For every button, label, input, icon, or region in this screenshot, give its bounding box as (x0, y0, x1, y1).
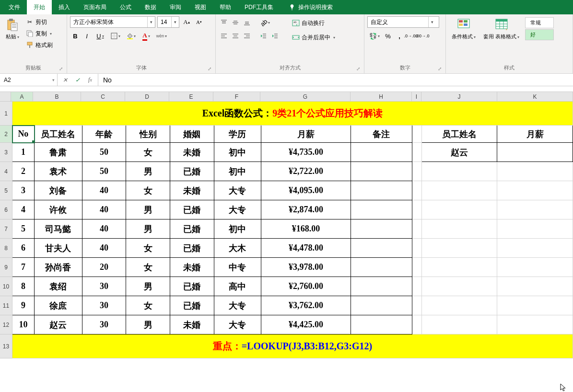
gap-cell[interactable] (412, 200, 422, 219)
chevron-down-icon[interactable]: ▾ (50, 78, 57, 82)
decrease-decimal-button[interactable]: .00→.0 (417, 31, 428, 41)
data-cell[interactable]: 刘备 (35, 181, 82, 200)
font-size-combo[interactable]: ▾ (157, 16, 179, 28)
data-cell[interactable]: 大专 (214, 315, 261, 334)
tab-page-layout[interactable]: 页面布局 (77, 0, 113, 14)
data-cell[interactable]: 7 (12, 258, 35, 277)
data-cell[interactable]: ¥3,978.00 (261, 258, 351, 277)
empty-cell[interactable] (497, 200, 573, 219)
empty-cell[interactable] (497, 239, 573, 258)
data-cell[interactable]: 未婚 (170, 181, 214, 200)
data-cell[interactable]: 女 (126, 296, 170, 315)
data-cell[interactable]: 50 (82, 143, 127, 162)
row-header[interactable]: 1 (0, 102, 12, 126)
row-header[interactable]: 8 (0, 239, 12, 258)
tab-review[interactable]: 审阅 (163, 0, 188, 14)
data-cell[interactable]: 袁绍 (35, 277, 82, 296)
header-cell[interactable]: 员工姓名 (422, 126, 498, 143)
name-box[interactable]: ▾ (0, 74, 58, 86)
data-cell[interactable]: 已婚 (170, 219, 214, 239)
align-center-button[interactable] (230, 31, 241, 41)
data-cell[interactable]: 已婚 (170, 277, 214, 296)
gap-cell[interactable] (412, 126, 422, 143)
border-button[interactable]: ▾ (108, 31, 123, 41)
outdent-button[interactable] (258, 31, 269, 41)
tab-view[interactable]: 视图 (188, 0, 213, 14)
header-cell[interactable]: 性别 (126, 126, 170, 143)
empty-cell[interactable] (422, 277, 498, 296)
row-header[interactable]: 6 (0, 200, 12, 219)
data-cell[interactable]: 1 (12, 143, 35, 162)
data-cell[interactable]: 已婚 (170, 296, 214, 315)
data-cell[interactable]: 已婚 (170, 162, 214, 181)
fx-button[interactable]: fx (84, 75, 96, 85)
fill-color-button[interactable]: ▾ (124, 31, 138, 41)
align-bottom-button[interactable] (242, 17, 252, 28)
data-cell[interactable]: 50 (82, 162, 127, 181)
data-cell[interactable]: 男 (126, 277, 170, 296)
data-cell[interactable]: ¥4,478.00 (261, 239, 351, 258)
chevron-down-icon[interactable]: ▾ (171, 17, 179, 27)
row-header[interactable]: 12 (0, 315, 12, 334)
gap-cell[interactable] (412, 296, 422, 315)
col-header-A[interactable]: A (11, 92, 33, 101)
tab-insert[interactable]: 插入 (52, 0, 77, 14)
style-good[interactable]: 好 (525, 29, 554, 40)
data-cell[interactable]: 20 (82, 258, 127, 277)
row-header[interactable]: 7 (0, 219, 12, 239)
tab-file[interactable]: 文件 (2, 0, 27, 14)
empty-cell[interactable] (422, 162, 498, 181)
data-cell[interactable]: 鲁肃 (35, 143, 82, 162)
underline-button[interactable]: U▾ (93, 31, 107, 41)
data-cell[interactable]: 甘夫人 (35, 239, 82, 258)
cut-button[interactable]: ✂剪切 (24, 16, 55, 28)
gap-cell[interactable] (412, 315, 422, 334)
cell-styles-gallery[interactable]: 常规 好 (524, 16, 555, 41)
formula-note-cell[interactable]: 重点： =LOOKUP(J3,B3:B12,G3:G12) (12, 334, 573, 358)
title-cell[interactable]: Excel函数公式：9类21个公式应用技巧解读 (12, 102, 573, 126)
data-cell[interactable]: 大专 (214, 200, 261, 219)
header-cell[interactable]: 备注 (351, 126, 412, 143)
enter-formula-button[interactable]: ✓ (72, 75, 83, 85)
data-cell[interactable]: 大木 (214, 239, 261, 258)
data-cell[interactable]: 40 (82, 200, 127, 219)
data-cell[interactable]: ¥4,095.00 (261, 181, 351, 200)
data-cell[interactable]: 初中 (214, 219, 261, 239)
data-cell[interactable]: ¥2,760.00 (261, 277, 351, 296)
select-all-corner[interactable] (0, 92, 11, 101)
italic-button[interactable]: I (82, 31, 92, 41)
empty-cell[interactable] (497, 277, 573, 296)
gap-cell[interactable] (412, 162, 422, 181)
data-cell[interactable]: 2 (12, 162, 35, 181)
col-header-C[interactable]: C (81, 92, 125, 101)
header-cell[interactable]: 婚姻 (170, 126, 214, 143)
data-cell[interactable]: 赵云 (35, 315, 82, 334)
lookup-name-cell[interactable]: 赵云 (422, 143, 498, 162)
data-cell[interactable]: 许攸 (35, 200, 82, 219)
tab-pdf-tools[interactable]: PDF工具集 (238, 0, 280, 14)
phonetic-button[interactable]: wèn▾ (154, 31, 169, 41)
empty-cell[interactable] (422, 219, 498, 239)
paste-button[interactable]: 粘贴▾ (3, 16, 22, 42)
comma-button[interactable]: , (394, 31, 405, 41)
data-cell[interactable]: 6 (12, 239, 35, 258)
shrink-font-button[interactable]: A▾ (194, 17, 204, 27)
chevron-down-icon[interactable]: ▾ (428, 17, 436, 27)
row-header[interactable]: 13 (0, 334, 12, 358)
style-normal[interactable]: 常规 (525, 17, 554, 28)
col-header-D[interactable]: D (125, 92, 169, 101)
data-cell[interactable] (351, 200, 412, 219)
data-cell[interactable] (351, 258, 412, 277)
empty-cell[interactable] (497, 315, 573, 334)
data-cell[interactable] (351, 239, 412, 258)
data-cell[interactable]: ¥4,735.00 (261, 143, 351, 162)
gap-cell[interactable] (412, 277, 422, 296)
data-cell[interactable]: ¥2,874.00 (261, 200, 351, 219)
empty-cell[interactable] (497, 258, 573, 277)
number-launcher[interactable]: ⤢ (438, 66, 442, 71)
data-cell[interactable]: 高中 (214, 277, 261, 296)
orientation-button[interactable]: ab▾ (258, 17, 272, 28)
chevron-down-icon[interactable]: ▾ (147, 17, 155, 27)
header-cell[interactable]: 年龄 (82, 126, 127, 143)
copy-button[interactable]: 复制▾ (24, 28, 55, 39)
